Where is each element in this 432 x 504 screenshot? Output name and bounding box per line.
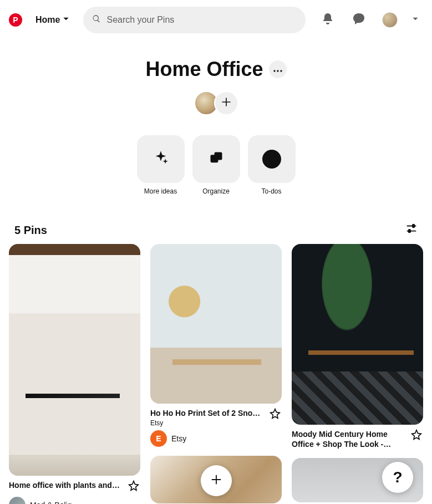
notifications-button[interactable] [314,7,341,33]
svg-rect-4 [214,152,222,160]
create-pin-button[interactable] [201,465,232,496]
pin-title: Ho Ho Ho Print Set of 2 Sno… [150,408,264,418]
pinterest-logo[interactable]: P [9,13,22,27]
pin-image [292,244,423,425]
source-name: Mad & Bolig [30,501,72,504]
pin-card[interactable]: Ho Ho Ho Print Set of 2 Sno… Etsy E Etsy [150,244,282,447]
svg-point-0 [273,70,275,72]
chat-icon [352,12,365,28]
pin-card[interactable]: Moody Mid Century Home Office + Shop The… [292,244,423,449]
add-collaborator-button[interactable] [214,91,238,115]
svg-point-1 [277,70,278,72]
chevron-down-icon [411,15,419,25]
pin-count: 5 Pins [14,224,47,237]
favorite-button[interactable] [127,480,140,493]
board-more-button[interactable] [269,60,287,78]
pin-source[interactable]: Mad & Bolig [9,497,140,504]
pin-title: Moody Mid Century Home Office + Shop The… [292,429,405,449]
pin-title: Home office with plants and… [9,480,123,490]
profile-button[interactable] [377,7,403,33]
source-name: Etsy [171,434,186,443]
search-placeholder: Search your Pins [106,15,174,25]
organize-label: Organize [202,187,230,195]
plus-icon [221,96,232,110]
pin-card[interactable]: Home office with plants and… Mad & Bolig [9,244,140,504]
pin-image [9,244,140,476]
tune-icon [405,227,418,237]
more-ideas-button[interactable]: More ideas [137,135,185,195]
organize-icon [209,150,224,168]
star-icon [128,480,139,493]
todos-button[interactable]: To-dos [248,135,296,195]
sparkle-icon [153,150,169,168]
source-avatar: E [150,430,167,447]
top-header: P Home Search your Pins [0,0,432,40]
plus-icon [210,472,222,490]
help-icon: ? [393,469,402,486]
favorite-button[interactable] [410,429,423,442]
home-label: Home [35,15,60,25]
source-avatar [9,497,26,504]
grid-column: Home office with plants and… Mad & Bolig [9,244,140,504]
star-icon [411,429,422,442]
search-icon [92,14,101,26]
organize-button[interactable]: Organize [192,135,240,195]
chevron-down-icon [62,15,70,25]
pin-count-row: 5 Pins [0,223,432,237]
account-menu-button[interactable] [408,15,423,25]
home-button[interactable]: Home [31,8,74,32]
more-ideas-label: More ideas [144,187,177,195]
collaborators-row [194,91,238,115]
pin-source[interactable]: E Etsy [150,430,282,447]
filter-button[interactable] [405,223,418,237]
pin-subtitle: Etsy [150,419,264,427]
board-header: Home Office More ideas [0,58,432,195]
favorite-button[interactable] [268,408,282,421]
messages-button[interactable] [345,7,372,33]
board-actions: More ideas Organize To-dos [0,135,432,195]
avatar [382,12,398,28]
todos-label: To-dos [261,187,281,195]
help-button[interactable]: ? [382,462,413,493]
svg-point-2 [280,70,282,72]
pin-image [150,244,282,404]
board-title: Home Office [145,58,263,81]
check-circle-icon [262,150,281,169]
bell-icon [321,12,334,28]
star-icon [270,408,281,421]
pin-grid: Home office with plants and… Mad & Bolig… [0,237,432,504]
ellipsis-icon [273,64,282,74]
search-input[interactable]: Search your Pins [83,7,306,33]
